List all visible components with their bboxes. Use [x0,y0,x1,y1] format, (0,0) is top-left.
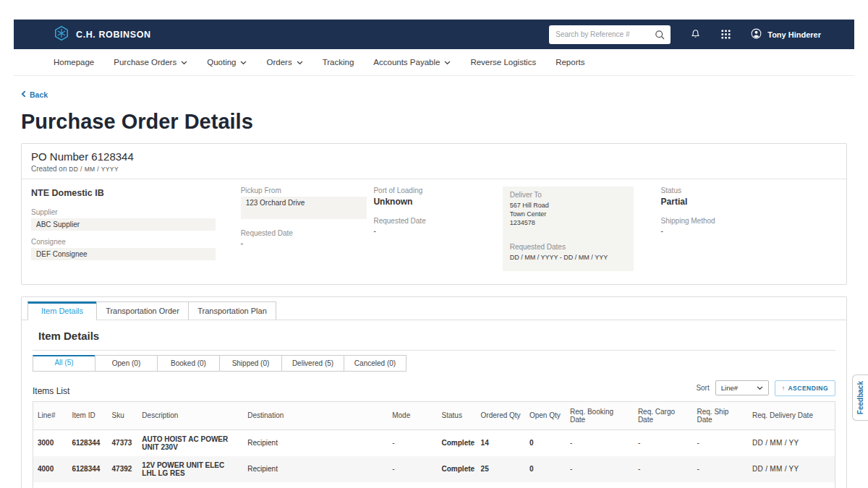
port-of-loading-value: Unknown [373,197,502,207]
column-header: Req. Ship Date [693,401,749,429]
nav-item-orders[interactable]: Orders [266,58,302,67]
cell-req-ship-date: - [693,429,749,456]
chevron-down-icon [444,58,451,67]
nav-item-homepage[interactable]: Homepage [54,58,94,67]
tab-transportation-plan[interactable]: Transportation Plan [188,301,276,320]
cell-ordered-qty: 19 [477,482,525,488]
column-header: Destination [243,401,388,429]
cell-description: DUMP TRAILER PU DA 1.1GAL TANK [137,482,243,488]
detail-tabs: Item Details Transportation Order Transp… [22,297,846,320]
back-link[interactable]: Back [21,90,48,99]
column-header: Open Qty [525,401,566,429]
sort-controls: Sort Line# ↑ ASCENDING [696,380,835,396]
items-table-header-row: Line#Item IDSkuDescriptionDestinationMod… [33,401,835,429]
nav-item-tracking[interactable]: Tracking [323,58,354,67]
chevron-down-icon [757,384,763,392]
table-row: 4000 6128344 47392 12V POWER UNIT ELEC L… [33,456,835,482]
po-summary-panel: PO Number 6128344 Created on DD / MM / Y… [21,143,847,285]
cell-destination: Recipient [243,429,388,456]
cell-open-qty: 0 [525,482,566,488]
requested-dates-label: Requested Dates [510,243,626,251]
po-created-date: DD / MM / YYYY [69,166,119,173]
search-icon[interactable] [654,29,665,43]
filter-tab-shipped[interactable]: Shipped (0) [219,355,282,372]
cell-item-id: 6128344 [67,456,107,482]
tab-item-details[interactable]: Item Details [27,301,97,320]
filter-tab-open[interactable]: Open (0) [95,355,158,372]
cell-req-booking-date: - [566,456,634,482]
chevron-down-icon [181,58,187,67]
cell-req-delivery-date: DD / MM / YY [748,429,835,456]
filter-tab-booked[interactable]: Booked (0) [157,355,220,372]
filter-tab-all[interactable]: All (5) [33,355,95,372]
column-header: Req. Booking Date [566,401,634,429]
pickup-from-label: Pickup From [241,187,374,194]
column-header: Item ID [67,401,107,429]
cell-status: Complete [438,429,477,456]
user-name: Tony Hinderer [767,30,821,39]
table-row: 3000 6128344 47373 AUTO HOIST AC POWER U… [33,429,835,456]
order-type: NTE Domestic IB [31,188,241,198]
cell-req-cargo-date: - [634,482,693,488]
deliver-to-address: 567 Hill Road [510,201,626,210]
filter-tab-canceled[interactable]: Canceled (0) [344,355,407,372]
apps-grid-icon[interactable] [720,29,731,40]
cell-req-cargo-date: - [634,429,693,456]
requested-dates-value: DD / MM / YYYY - DD / MM / YYY [510,253,626,262]
pickup-requested-date-label: Requested Date [241,229,374,237]
port-of-loading-label: Port of Loading [373,187,502,194]
nav-item-quoting[interactable]: Quoting [207,58,247,67]
cell-req-booking-date: - [566,429,634,456]
po-created: Created on DD / MM / YYYY [31,165,837,173]
details-panel: Item Details Transportation Order Transp… [21,296,847,488]
cell-status: Complete [438,482,477,488]
column-header: Mode [388,401,437,429]
chevron-left-icon [21,90,26,99]
feedback-tab[interactable]: Feedback [852,374,868,421]
sort-direction-button[interactable]: ↑ ASCENDING [775,380,835,396]
supplier-value: ABC Supplier [31,218,216,231]
filter-tab-delivered[interactable]: Delivered (5) [281,355,344,372]
column-header: Req. Delivery Date [748,401,835,429]
column-header: Ordered Qty [477,401,525,429]
sort-label: Sort [696,384,709,392]
pickup-from-value: 123 Orchard Drive [241,197,367,219]
cell-line: 6000 [33,482,68,488]
tab-transportation-order[interactable]: Transportation Order [96,301,189,320]
nav-item-reverse-logistics[interactable]: Reverse Logistics [470,58,536,67]
nav-item-reports[interactable]: Reports [556,58,584,67]
cell-req-cargo-date: - [634,456,693,482]
shipping-method-label: Shipping Method [661,217,837,225]
cell-sku: 47392 [108,456,138,482]
nav-item-accounts-payable[interactable]: Accounts Payable [373,58,451,67]
feedback-label: Feedback [856,381,864,414]
status-value: Partial [661,197,837,207]
cell-mode: - [388,482,437,488]
notifications-bell-icon[interactable] [689,28,702,40]
cell-req-ship-date: - [693,482,749,488]
page-content: Back Purchase Order Details PO Number 61… [14,76,854,488]
cell-description: AUTO HOIST AC POWER UNIT 230V [137,429,243,456]
consignee-label: Consignee [31,238,241,246]
search-input[interactable] [549,25,671,44]
consignee-value: DEF Consignee [31,248,216,260]
search-box [549,25,671,44]
cell-description: 12V POWER UNIT ELEC LHL LG RES [137,456,243,482]
column-header: Req. Cargo Date [634,401,693,429]
sort-field-select[interactable]: Line# [715,380,769,395]
app-window: C.H. ROBINSON [14,20,854,488]
brand-logo-icon [54,25,69,44]
port-requested-date-value: - [373,227,502,235]
main-nav: Homepage Purchase Orders Quoting Orders … [14,49,854,76]
cell-mode: - [388,456,437,482]
nav-item-purchase-orders[interactable]: Purchase Orders [114,58,187,67]
status-filter-tabs: All (5) Open (0) Booked (0) Shipped (0) … [33,355,835,372]
pickup-requested-date-value: - [241,239,374,247]
column-header: Description [137,401,243,429]
cell-open-qty: 0 [525,456,566,482]
po-number: PO Number 6128344 [31,150,837,163]
user-menu[interactable]: Tony Hinderer [750,27,821,41]
cell-ordered-qty: 14 [477,429,525,456]
user-avatar-icon [750,27,762,41]
supplier-label: Supplier [31,208,241,216]
